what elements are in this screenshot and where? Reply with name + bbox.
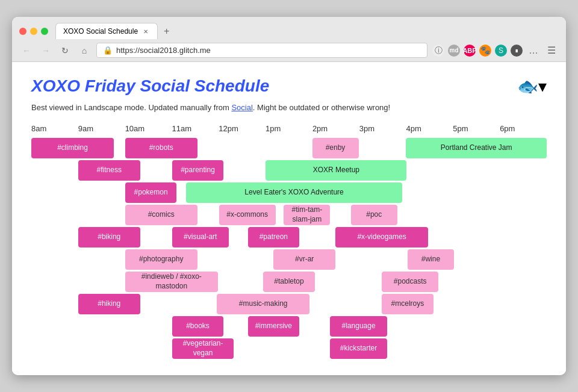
tab-close-button[interactable]: ✕ xyxy=(141,27,150,36)
event-patreon[interactable]: #patreon xyxy=(248,227,300,247)
time-8am: 8am xyxy=(31,124,78,133)
time-1pm: 1pm xyxy=(266,124,312,133)
nav-icons: ⓘ md ABP 🐾 S ∎ … ☰ xyxy=(432,43,559,58)
event-language[interactable]: #language xyxy=(330,316,387,337)
time-10am: 10am xyxy=(125,124,172,133)
more-button[interactable]: … xyxy=(526,43,541,58)
event-vegetarian-vegan[interactable]: #vegetarian-vegan xyxy=(172,338,234,359)
grid-icon[interactable]: ∎ xyxy=(511,45,523,57)
subtitle-prefix: Best viewed in Landscape mode. Updated m… xyxy=(31,103,231,112)
event-enby[interactable]: #enby xyxy=(312,138,359,158)
page-content: 🐟▾ XOXO Friday Social Schedule Best view… xyxy=(12,62,566,375)
emoji-icon[interactable]: 🐾 xyxy=(479,45,491,57)
profile-icon[interactable]: md xyxy=(448,45,460,57)
event-level-eater[interactable]: Level Eater's XOXO Adventure xyxy=(186,182,403,203)
close-button[interactable] xyxy=(19,28,26,35)
abp-icon[interactable]: ABP xyxy=(464,45,476,57)
browser-titlebar: XOXO Social Schedule ✕ + xyxy=(12,17,566,39)
active-tab[interactable]: XOXO Social Schedule ✕ xyxy=(55,23,158,39)
event-vr-ar[interactable]: #vr-ar xyxy=(273,249,335,270)
home-button[interactable]: ⌂ xyxy=(77,43,92,58)
event-robots[interactable]: #robots xyxy=(125,138,197,158)
tab-title: XOXO Social Schedule xyxy=(63,27,138,36)
logo-area: 🐟▾ xyxy=(517,76,547,96)
event-indieweb[interactable]: #indieweb / #xoxo-mastodon xyxy=(125,272,218,292)
time-11am: 11am xyxy=(172,124,219,133)
time-2pm: 2pm xyxy=(312,124,359,133)
event-immersive[interactable]: #immersive xyxy=(248,316,300,337)
s-icon[interactable]: S xyxy=(495,45,507,57)
back-button[interactable]: ← xyxy=(19,43,34,58)
schedule-container: 8am 9am 10am 11am 12pm 1pm 2pm 3pm 4pm 5… xyxy=(31,124,547,361)
event-portland-creative-jam[interactable]: Portland Creative Jam xyxy=(406,138,547,158)
event-music-making[interactable]: #music-making xyxy=(217,294,309,314)
time-3pm: 3pm xyxy=(359,124,406,133)
event-xoxr-meetup[interactable]: XOXR Meetup xyxy=(266,160,406,181)
event-tim-tam[interactable]: #tim-tam-slam-jam xyxy=(284,205,330,225)
tabs-row: XOXO Social Schedule ✕ + xyxy=(55,23,559,39)
event-comics[interactable]: #comics xyxy=(125,205,197,225)
time-4pm: 4pm xyxy=(406,124,453,133)
time-headers: 8am 9am 10am 11am 12pm 1pm 2pm 3pm 4pm 5… xyxy=(31,124,547,133)
url-text: https://social2018.glitch.me xyxy=(116,46,211,55)
browser-chrome: XOXO Social Schedule ✕ + ← → ↻ ⌂ 🔒 https… xyxy=(12,17,566,62)
reload-button[interactable]: ↻ xyxy=(58,43,72,58)
traffic-lights xyxy=(19,28,48,35)
url-bar[interactable]: 🔒 https://social2018.glitch.me xyxy=(96,43,427,58)
event-visual-art[interactable]: #visual-art xyxy=(172,227,229,247)
event-fitness[interactable]: #fitness xyxy=(78,160,140,181)
time-12pm: 12pm xyxy=(219,124,266,133)
event-poc[interactable]: #poc xyxy=(351,205,397,225)
time-6pm: 6pm xyxy=(500,124,547,133)
minimize-button[interactable] xyxy=(30,28,37,35)
browser-navbar: ← → ↻ ⌂ 🔒 https://social2018.glitch.me ⓘ… xyxy=(12,39,566,61)
lock-icon: 🔒 xyxy=(103,46,113,55)
browser-window: XOXO Social Schedule ✕ + ← → ↻ ⌂ 🔒 https… xyxy=(12,17,566,375)
menu-button[interactable]: ☰ xyxy=(544,43,559,58)
event-wine[interactable]: #wine xyxy=(408,249,454,270)
event-books[interactable]: #books xyxy=(172,316,224,337)
page-subtitle: Best viewed in Landscape mode. Updated m… xyxy=(31,103,547,112)
event-tabletop[interactable]: #tabletop xyxy=(263,272,315,292)
subtitle-suffix: . Might be outdated or otherwise wrong! xyxy=(253,103,390,112)
new-tab-button[interactable]: + xyxy=(159,23,174,39)
event-photography[interactable]: #photography xyxy=(125,249,197,270)
event-x-videogames[interactable]: #x-videogames xyxy=(335,227,428,247)
schedule-body: #climbing#robots#enbyPortland Creative J… xyxy=(31,138,547,361)
event-climbing[interactable]: #climbing xyxy=(31,138,114,158)
time-5pm: 5pm xyxy=(453,124,500,133)
info-icon[interactable]: ⓘ xyxy=(432,45,444,57)
maximize-button[interactable] xyxy=(41,28,48,35)
time-9am: 9am xyxy=(78,124,125,133)
event-x-commons[interactable]: #x-commons xyxy=(219,205,276,225)
event-kickstarter[interactable]: #kickstarter xyxy=(330,338,387,359)
event-hiking[interactable]: #hiking xyxy=(78,294,140,314)
forward-button[interactable]: → xyxy=(39,43,53,58)
social-link[interactable]: Social xyxy=(231,103,252,112)
event-parenting[interactable]: #parenting xyxy=(172,160,224,181)
page-title: XOXO Friday Social Schedule xyxy=(31,76,547,96)
event-biking[interactable]: #biking xyxy=(78,227,140,247)
event-podcasts[interactable]: #podcasts xyxy=(382,272,438,292)
event-mcelroys[interactable]: #mcelroys xyxy=(382,294,434,314)
event-pokemon[interactable]: #pokemon xyxy=(125,182,177,203)
